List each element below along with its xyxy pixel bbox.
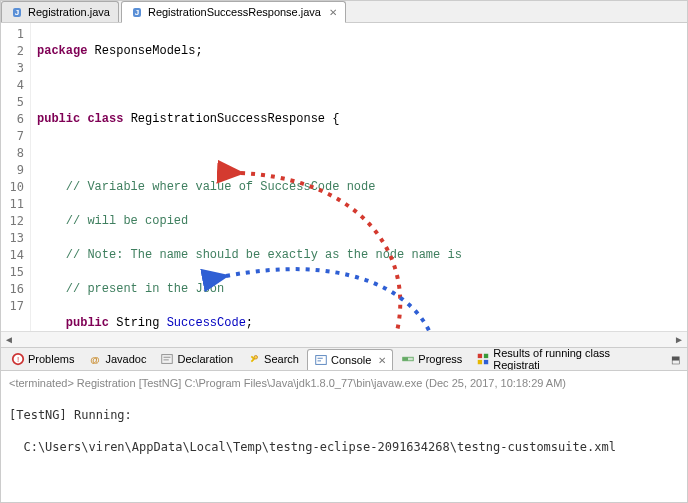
svg-rect-3 — [162, 355, 173, 364]
tab-declaration[interactable]: Declaration — [154, 349, 239, 369]
console-icon — [314, 353, 328, 367]
declaration-icon — [160, 352, 174, 366]
close-icon[interactable]: ✕ — [378, 355, 386, 366]
horizontal-scrollbar[interactable]: ◄ ► — [1, 331, 687, 347]
tab-console[interactable]: Console ✕ — [307, 349, 393, 371]
svg-rect-14 — [478, 360, 482, 364]
svg-rect-15 — [484, 360, 488, 364]
svg-rect-12 — [478, 354, 482, 358]
tab-registration[interactable]: J Registration.java — [1, 1, 119, 22]
console-output: [TestNG] Running: C:\Users\viren\AppData… — [9, 391, 679, 503]
line-number-gutter: 1 2 3 4 5 6 7 8 9 10 11 12 13 14 15 16 1… — [1, 23, 31, 331]
tab-javadoc[interactable]: @ Javadoc — [82, 349, 152, 369]
testng-icon — [476, 352, 490, 366]
tab-label: RegistrationSuccessResponse.java — [148, 6, 321, 18]
svg-text:!: ! — [17, 355, 19, 364]
close-icon[interactable]: ✕ — [329, 7, 337, 18]
search-icon — [247, 352, 261, 366]
svg-point-6 — [254, 356, 258, 360]
tab-problems[interactable]: ! Problems — [5, 349, 80, 369]
scroll-left-icon[interactable]: ◄ — [1, 334, 17, 345]
tab-progress[interactable]: Progress — [395, 349, 468, 369]
console-terminated-line: <terminated> Registration [TestNG] C:\Pr… — [9, 377, 679, 389]
svg-rect-13 — [484, 354, 488, 358]
javadoc-icon: @ — [88, 352, 102, 366]
tab-label: Registration.java — [28, 6, 110, 18]
java-file-icon: J — [130, 5, 144, 19]
progress-icon — [401, 352, 415, 366]
scroll-right-icon[interactable]: ► — [671, 334, 687, 345]
console-view[interactable]: <terminated> Registration [TestNG] C:\Pr… — [1, 371, 687, 503]
svg-text:@: @ — [91, 354, 100, 365]
editor-tab-bar: J Registration.java J RegistrationSucces… — [1, 1, 687, 23]
tab-registration-success-response[interactable]: J RegistrationSuccessResponse.java ✕ — [121, 1, 346, 23]
toolbar-button[interactable]: ⬒ — [667, 351, 683, 367]
tab-results[interactable]: Results of running class Registrati — [470, 347, 665, 371]
code-editor[interactable]: 1 2 3 4 5 6 7 8 9 10 11 12 13 14 15 16 1… — [1, 23, 687, 331]
svg-rect-7 — [316, 356, 327, 365]
problems-icon: ! — [11, 352, 25, 366]
tab-search[interactable]: Search — [241, 349, 305, 369]
java-file-icon: J — [10, 5, 24, 19]
code-content[interactable]: package ResponseModels; public class Reg… — [31, 23, 687, 331]
svg-rect-11 — [403, 357, 408, 361]
bottom-view-tabs: ! Problems @ Javadoc Declaration Search … — [1, 347, 687, 371]
